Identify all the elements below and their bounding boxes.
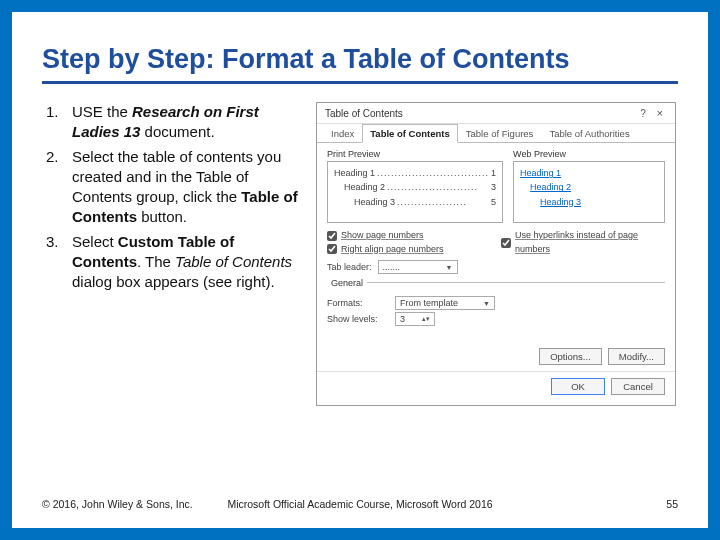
show-page-check-icon[interactable]: [327, 231, 337, 241]
step1-post: document.: [140, 123, 214, 140]
slide-footer: © 2016, John Wiley & Sons, Inc. Microsof…: [42, 498, 678, 510]
slide-frame: Step by Step: Format a Table of Contents…: [0, 0, 720, 540]
tab-tof[interactable]: Table of Figures: [458, 124, 542, 143]
steps-column: USE the Research on First Ladies 13 docu…: [42, 102, 302, 406]
print-preview: Print Preview Heading 1.................…: [327, 149, 503, 223]
chevron-down-icon: ▼: [483, 300, 490, 307]
hyper-check-icon[interactable]: [501, 238, 511, 248]
tab-toa[interactable]: Table of Authorities: [541, 124, 637, 143]
pp-line-1: Heading 1...............................…: [334, 166, 496, 180]
levels-value: 3: [400, 314, 405, 324]
course-text: Microsoft Official Academic Course, Micr…: [42, 498, 678, 510]
dialog-title-text: Table of Contents: [325, 108, 403, 119]
dots-icon: ..........................: [385, 180, 491, 194]
formats-value: From template: [400, 298, 458, 308]
general-separator: General: [327, 282, 665, 294]
tab-leader-value: .......: [383, 262, 401, 272]
step3-post: dialog box appears (see right).: [72, 273, 275, 290]
tab-leader-row: Tab leader: ....... ▼: [327, 260, 665, 274]
step-2: Select the table of contents you created…: [42, 147, 302, 228]
hyper-label: Use hyperlinks instead of page numbers: [515, 229, 665, 256]
step3-mid: . The: [137, 253, 175, 270]
general-label: General: [327, 278, 367, 288]
right-align-check-icon[interactable]: [327, 244, 337, 254]
levels-spinner[interactable]: 3 ▴▾: [395, 312, 435, 326]
right-checks: Use hyperlinks instead of page numbers: [501, 229, 665, 256]
web-preview-box: Heading 1 Heading 2 Heading 3: [513, 161, 665, 223]
step2-post: button.: [137, 208, 187, 225]
slide-title: Step by Step: Format a Table of Contents: [42, 44, 678, 84]
dialog-footer-buttons: OK Cancel: [317, 371, 675, 405]
show-page-label: Show page numbers: [341, 229, 424, 243]
step3-pre: Select: [72, 233, 118, 250]
wp-h2: Heading 2: [520, 180, 658, 194]
step1-pre: USE the: [72, 103, 132, 120]
dialog-titlebar: Table of Contents ? ×: [317, 103, 675, 124]
formats-row: Formats: From template ▼: [327, 296, 665, 310]
pp-h2: Heading 2: [344, 180, 385, 194]
help-icon[interactable]: ?: [636, 108, 650, 119]
step3-ital: Table of Contents: [175, 253, 292, 270]
right-align-label: Right align page numbers: [341, 243, 444, 257]
dots-icon: ....................: [395, 195, 491, 209]
right-align-checkbox[interactable]: Right align page numbers: [327, 243, 491, 257]
print-preview-box: Heading 1...............................…: [327, 161, 503, 223]
options-button[interactable]: Options...: [539, 348, 602, 365]
close-icon[interactable]: ×: [653, 107, 667, 119]
dialog-body: Print Preview Heading 1.................…: [317, 143, 675, 371]
pp-p3: 5: [491, 195, 496, 209]
steps-list: USE the Research on First Ladies 13 docu…: [42, 102, 302, 292]
pp-h3: Heading 3: [354, 195, 395, 209]
page-number: 55: [666, 498, 678, 510]
modify-button[interactable]: Modify...: [608, 348, 665, 365]
pp-p2: 3: [491, 180, 496, 194]
levels-label: Show levels:: [327, 314, 389, 324]
toc-dialog: Table of Contents ? × Index Table of Con…: [316, 102, 676, 406]
cancel-button[interactable]: Cancel: [611, 378, 665, 395]
chevron-down-icon: ▼: [446, 264, 453, 271]
pp-line-3: Heading 3....................5: [334, 195, 496, 209]
slide-body: Step by Step: Format a Table of Contents…: [12, 12, 708, 528]
print-preview-label: Print Preview: [327, 149, 503, 159]
formats-select[interactable]: From template ▼: [395, 296, 495, 310]
mid-buttons: Options... Modify...: [327, 348, 665, 365]
left-checks: Show page numbers Right align page numbe…: [327, 229, 491, 256]
dialog-column: Table of Contents ? × Index Table of Con…: [316, 102, 678, 406]
pp-line-2: Heading 2..........................3: [334, 180, 496, 194]
pp-h1: Heading 1: [334, 166, 375, 180]
web-preview-label: Web Preview: [513, 149, 665, 159]
tab-index[interactable]: Index: [323, 124, 362, 143]
tab-leader-select[interactable]: ....... ▼: [378, 260, 458, 274]
dialog-titlebar-controls: ? ×: [636, 107, 667, 119]
step-1: USE the Research on First Ladies 13 docu…: [42, 102, 302, 143]
wp-h3: Heading 3: [520, 195, 658, 209]
tab-leader-label: Tab leader:: [327, 262, 372, 272]
spinner-icon: ▴▾: [422, 315, 430, 323]
dots-icon: ................................: [375, 166, 491, 180]
ok-button[interactable]: OK: [551, 378, 605, 395]
web-preview: Web Preview Heading 1 Heading 2 Heading …: [513, 149, 665, 223]
show-page-numbers-checkbox[interactable]: Show page numbers: [327, 229, 491, 243]
use-hyperlinks-checkbox[interactable]: Use hyperlinks instead of page numbers: [501, 229, 665, 256]
preview-row: Print Preview Heading 1.................…: [327, 149, 665, 223]
wp-h1: Heading 1: [520, 166, 658, 180]
tab-toc[interactable]: Table of Contents: [362, 124, 458, 143]
content-row: USE the Research on First Ladies 13 docu…: [42, 102, 678, 406]
formats-label: Formats:: [327, 298, 389, 308]
step-3: Select Custom Table of Contents. The Tab…: [42, 232, 302, 293]
checkbox-row: Show page numbers Right align page numbe…: [327, 229, 665, 256]
pp-p1: 1: [491, 166, 496, 180]
dialog-tabs: Index Table of Contents Table of Figures…: [317, 124, 675, 143]
levels-row: Show levels: 3 ▴▾: [327, 312, 665, 326]
